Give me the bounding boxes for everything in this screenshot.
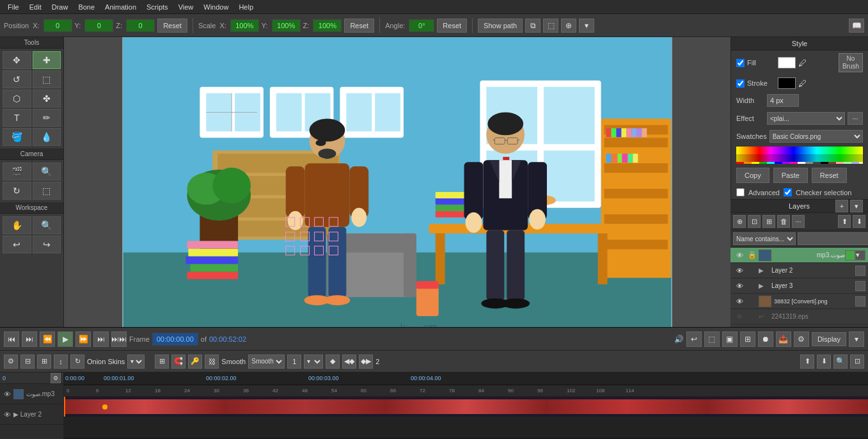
volume-icon[interactable]: 🔊 — [674, 335, 684, 344]
menu-window[interactable]: Window — [198, 2, 233, 12]
tl-key-button[interactable]: 🔑 — [188, 355, 202, 369]
shape-tool[interactable]: ⬡ — [3, 90, 31, 108]
layer-action-icon[interactable]: ▾ — [855, 250, 865, 260]
width-input[interactable] — [767, 94, 799, 107]
bone-tool[interactable]: ✤ — [33, 90, 61, 108]
canvas-area[interactable]: موستقل.com — [64, 37, 730, 327]
display-dropdown-button[interactable]: ▾ — [849, 331, 864, 347]
tl-magnet-button[interactable]: 🧲 — [171, 355, 185, 369]
z-input[interactable] — [126, 19, 155, 32]
menu-view[interactable]: View — [173, 2, 199, 12]
redo-tool[interactable]: ↪ — [33, 235, 61, 253]
settings-button[interactable]: ⚙ — [794, 331, 809, 347]
layer-row-3[interactable]: 👁 ▶ Layer 3 — [730, 278, 868, 294]
layer-expand-icon-2[interactable]: ▶ — [759, 267, 769, 274]
tl-arrow-up-button[interactable]: ⬆ — [800, 355, 814, 369]
go-start-button[interactable]: ⏮ — [4, 331, 19, 347]
hand-tool[interactable]: ✋ — [3, 216, 31, 234]
menu-bone[interactable]: Bone — [73, 2, 100, 12]
layer-3-visibility[interactable] — [855, 281, 865, 291]
camera-rotate-tool[interactable]: ↻ — [3, 182, 31, 200]
sy-input[interactable] — [272, 19, 301, 32]
tl-expand-button[interactable]: ⊞ — [37, 355, 51, 369]
layer-2-visibility[interactable] — [855, 266, 865, 276]
stroke-checkbox[interactable] — [736, 79, 745, 88]
layer-eye-icon-2[interactable]: 👁 — [733, 267, 746, 275]
checker-checkbox[interactable] — [784, 188, 792, 196]
tl-filter-button[interactable]: ⊡ — [850, 355, 864, 369]
paste-icon-btn[interactable]: ⬚ — [543, 19, 558, 33]
effect-more-button[interactable]: ··· — [848, 112, 863, 125]
layer-lock-icon[interactable]: 🔒 — [746, 251, 759, 259]
layer-eye-icon[interactable]: 👁 — [733, 251, 746, 259]
tl-num1-button[interactable]: 1 — [287, 355, 301, 369]
show-path-button[interactable]: Show path — [478, 19, 523, 33]
timeline-mode-button[interactable]: ⊞ — [740, 331, 755, 347]
keyframe-dot[interactable] — [102, 404, 107, 410]
loop-button[interactable]: ↩ — [686, 331, 702, 347]
swatches-select[interactable]: Basic Colors.png — [769, 130, 863, 143]
next-keyframe-button[interactable]: ⏭ — [93, 331, 109, 347]
menu-animation[interactable]: Animation — [100, 2, 141, 12]
reset-position-button[interactable]: Reset — [157, 19, 187, 33]
y-input[interactable] — [84, 19, 113, 32]
prev-keyframe-button[interactable]: ⏭ — [22, 331, 37, 347]
preview-button[interactable]: ▣ — [722, 331, 738, 347]
track-eye-audio[interactable]: 👁 — [4, 390, 11, 398]
layer-eye-icon-img[interactable]: 👁 — [733, 298, 746, 305]
track-eye-2[interactable]: 👁 — [4, 411, 11, 419]
display-button[interactable]: Display — [812, 332, 846, 346]
camera-tool-4[interactable]: ⬚ — [33, 182, 61, 200]
layer-down-button[interactable]: ⬇ — [853, 215, 865, 228]
layer-delete-button[interactable]: 🗑 — [777, 215, 790, 228]
camera-pan-tool[interactable]: 🎬 — [3, 163, 31, 180]
advanced-checkbox[interactable] — [736, 188, 745, 196]
menu-scripts[interactable]: Scripts — [141, 2, 173, 12]
add-tool[interactable]: ✚ — [33, 51, 61, 69]
tl-num-select[interactable]: ▾ — [304, 355, 323, 369]
view-button[interactable]: ⬚ — [704, 331, 720, 347]
move-tool[interactable]: ✥ — [3, 51, 31, 69]
camera-zoom-tool[interactable]: 🔍 — [33, 163, 61, 180]
stroke-color-swatch[interactable] — [778, 77, 796, 89]
eyedropper-tool[interactable]: 💧 — [33, 128, 61, 146]
smooth-select[interactable]: Smooth — [248, 355, 285, 369]
layer-row-audio[interactable]: 👁 🔒 صوت.mp3 ▾ — [730, 248, 868, 263]
pencil-tool[interactable]: ✏ — [33, 109, 61, 127]
undo-tool[interactable]: ↩ — [3, 235, 31, 253]
dropdown-icon-btn[interactable]: ▾ — [579, 19, 594, 33]
layer-eye-icon-eps[interactable]: 👁 — [733, 313, 746, 321]
layer-eye-icon-3[interactable]: 👁 — [733, 282, 746, 290]
rotate-tool[interactable]: ↺ — [3, 70, 31, 88]
layer-row-image[interactable]: 👁 38832 [Converti].png — [730, 294, 868, 309]
stroke-eyedropper-button[interactable]: 🖊 — [798, 79, 807, 88]
sx-input[interactable] — [230, 19, 259, 32]
copy-button[interactable]: Copy — [736, 168, 769, 183]
no-brush-button[interactable]: NoBrush — [839, 53, 863, 72]
tl-search-button[interactable]: 🔍 — [833, 355, 848, 369]
copy-icon-btn[interactable]: ⧉ — [525, 19, 541, 33]
reset-color-button[interactable]: Reset — [812, 168, 847, 183]
text-tool[interactable]: T — [3, 109, 31, 127]
add-layer-button[interactable]: + — [835, 200, 848, 212]
tl-keyframe-button[interactable]: ◆ — [326, 355, 340, 369]
help-icon-btn[interactable]: 📖 — [849, 19, 864, 33]
layer-copy-button[interactable]: ⊡ — [748, 215, 761, 228]
track-row-2[interactable] — [64, 417, 868, 438]
tl-next-key-button[interactable]: ◆▶ — [359, 355, 373, 369]
rect-tool[interactable]: ⬚ — [33, 70, 61, 88]
menu-help[interactable]: Help — [233, 2, 258, 12]
layer-visibility-icon[interactable] — [845, 250, 855, 260]
tl-grid-button[interactable]: ⊞ — [155, 355, 169, 369]
tl-settings-button[interactable]: ⚙ — [4, 355, 18, 369]
menu-file[interactable]: File — [3, 2, 24, 12]
onion-skins-select[interactable]: ▾ — [127, 355, 145, 369]
fill-color-swatch[interactable] — [778, 57, 796, 68]
reset-angle-button[interactable]: Reset — [437, 19, 467, 33]
reset-scale-button[interactable]: Reset — [344, 19, 374, 33]
fill-eyedropper-button[interactable]: 🖊 — [798, 58, 807, 68]
sz-input[interactable] — [313, 19, 342, 32]
layer-expand-icon-3[interactable]: ▶ — [759, 282, 769, 289]
layer-new-button[interactable]: ⊕ — [733, 215, 746, 228]
tl-collapse-button[interactable]: ⊟ — [20, 355, 35, 369]
